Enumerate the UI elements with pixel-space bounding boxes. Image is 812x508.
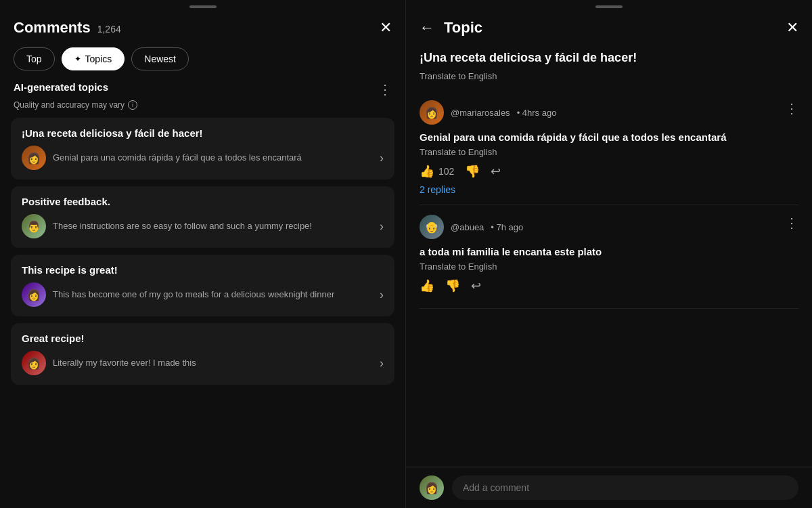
comment-more-icon[interactable]: ⋮: [785, 100, 798, 117]
topic-preview-text: Literally my favorite ever! I made this: [53, 357, 373, 369]
comment-header: 👴 @abuea • 7h ago ⋮: [420, 215, 798, 239]
thumbs-down-icon: 👎: [465, 164, 480, 179]
back-title-group: ← Topic: [420, 19, 482, 37]
panel-header: Comments 1,264 ✕: [0, 11, 405, 42]
avatar: 👨: [22, 214, 46, 238]
comment-time: • 4hrs ago: [517, 108, 557, 118]
info-icon: i: [128, 100, 137, 110]
comments-count: 1,264: [97, 24, 121, 35]
dislike-button[interactable]: 👎: [465, 164, 480, 179]
avatar: 👩: [22, 146, 46, 170]
chevron-right-icon: ›: [380, 151, 384, 165]
topic-preview-text: Genial para una comida rápida y fácil qu…: [53, 152, 373, 164]
avatar: 👴: [420, 215, 444, 239]
tab-topics[interactable]: ✦ Topics: [62, 47, 125, 70]
topic-card[interactable]: ¡Una receta deliciosa y fácil de hacer! …: [11, 118, 394, 179]
right-panel-header: ← Topic ✕: [406, 11, 812, 42]
avatar: 👩: [22, 351, 46, 375]
spark-icon: ✦: [74, 54, 81, 64]
scroll-indicator-left: [0, 0, 405, 11]
reply-button[interactable]: ↩: [471, 278, 481, 293]
thumbs-up-icon: 👍: [420, 278, 434, 293]
comment-item: 👩 @mariarosales • 4hrs ago ⋮ Genial para…: [420, 91, 798, 205]
comment-actions: 👍 102 👎 ↩: [420, 164, 798, 179]
comment-text: Genial para una comida rápida y fácil qu…: [420, 130, 798, 144]
reply-button[interactable]: ↩: [491, 164, 501, 179]
left-panel: Comments 1,264 ✕ Top ✦ Topics Newest AI-…: [0, 0, 406, 508]
topic-card-preview: 👩 Genial para una comida rápida y fácil …: [22, 146, 384, 170]
comment-more-icon[interactable]: ⋮: [785, 215, 798, 231]
topic-translate-link[interactable]: Translate to English: [406, 68, 812, 91]
avatar: 👩: [420, 100, 444, 125]
comments-scroll: 👩 @mariarosales • 4hrs ago ⋮ Genial para…: [406, 91, 812, 467]
comment-username[interactable]: @abuea: [451, 222, 484, 232]
chevron-right-icon: ›: [380, 288, 384, 302]
topic-card-preview: 👩 Literally my favorite ever! I made thi…: [22, 351, 384, 375]
topic-card-title: Positive feedback.: [22, 196, 384, 207]
current-user-avatar: 👩: [420, 475, 444, 500]
reply-icon: ↩: [491, 164, 501, 179]
thumbs-up-icon: 👍: [420, 164, 434, 179]
right-panel-title: Topic: [444, 19, 482, 37]
chevron-right-icon: ›: [380, 219, 384, 234]
scroll-indicator-right: [406, 0, 812, 11]
replies-link[interactable]: 2 replies: [420, 184, 798, 195]
topic-card-title: Great recipe!: [22, 333, 384, 344]
topic-preview-text: This has become one of my go to meals fo…: [53, 289, 373, 301]
comment-text: a toda mi familia le encanta este plato: [420, 245, 798, 259]
ai-topics-subtitle: Quality and accuracy may vary i: [0, 99, 405, 118]
scroll-bar: [189, 5, 217, 8]
avatar: 👩: [22, 282, 46, 307]
comment-translate-link[interactable]: Translate to English: [420, 147, 798, 157]
tab-newest[interactable]: Newest: [131, 47, 189, 70]
topics-list: ¡Una receta deliciosa y fácil de hacer! …: [0, 118, 405, 508]
dislike-button[interactable]: 👎: [445, 278, 460, 293]
comment-time: • 7h ago: [491, 222, 523, 232]
comment-header: 👩 @mariarosales • 4hrs ago ⋮: [420, 100, 798, 125]
topic-preview-text: These instructions are so easy to follow…: [53, 220, 373, 232]
tab-top[interactable]: Top: [14, 47, 55, 70]
topic-heading: ¡Una receta deliciosa y fácil de hacer!: [406, 42, 812, 68]
right-panel: ← Topic ✕ ¡Una receta deliciosa y fácil …: [406, 0, 812, 508]
topic-card-preview: 👨 These instructions are so easy to foll…: [22, 214, 384, 238]
comment-username[interactable]: @mariarosales: [451, 108, 510, 118]
topic-card[interactable]: Great recipe! 👩 Literally my favorite ev…: [11, 323, 394, 385]
more-options-icon[interactable]: ⋮: [378, 81, 392, 98]
add-comment-input[interactable]: [452, 475, 798, 500]
comment-user-info: 👩 @mariarosales • 4hrs ago: [420, 100, 556, 125]
reply-icon: ↩: [471, 278, 481, 293]
comment-translate-link[interactable]: Translate to English: [420, 261, 798, 272]
comments-title: Comments: [14, 19, 91, 37]
ai-topics-header: AI-generated topics ⋮: [0, 79, 405, 99]
scroll-bar-right: [595, 5, 623, 8]
comment-item: 👴 @abuea • 7h ago ⋮ a toda mi familia le…: [420, 205, 798, 309]
close-button-right[interactable]: ✕: [786, 20, 798, 35]
topic-card[interactable]: This recipe is great! 👩 This has become …: [11, 255, 394, 316]
back-button[interactable]: ←: [420, 19, 434, 37]
add-comment-bar: 👩: [406, 467, 812, 508]
ai-topics-title: AI-generated topics: [14, 81, 108, 93]
topic-card[interactable]: Positive feedback. 👨 These instructions …: [11, 186, 394, 248]
topic-card-preview: 👩 This has become one of my go to meals …: [22, 282, 384, 307]
filter-tabs: Top ✦ Topics Newest: [0, 42, 405, 79]
topic-card-title: This recipe is great!: [22, 264, 384, 276]
title-group: Comments 1,264: [14, 19, 121, 37]
comment-user-info: 👴 @abuea • 7h ago: [420, 215, 523, 239]
thumbs-down-icon: 👎: [445, 278, 460, 293]
like-button[interactable]: 👍: [420, 278, 434, 293]
close-button-left[interactable]: ✕: [380, 20, 392, 35]
chevron-right-icon: ›: [380, 356, 384, 371]
like-count: 102: [438, 166, 454, 177]
comment-actions: 👍 👎 ↩: [420, 278, 798, 293]
like-button[interactable]: 👍 102: [420, 164, 454, 179]
topic-card-title: ¡Una receta deliciosa y fácil de hacer!: [22, 127, 384, 139]
